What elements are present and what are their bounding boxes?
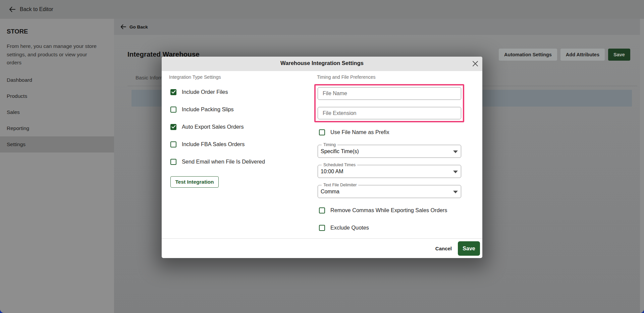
- arrow-left-icon: [9, 7, 15, 12]
- app-page: Back to Editor STORE From here, you can …: [0, 0, 644, 313]
- page-save-button[interactable]: Save: [608, 49, 630, 61]
- scrollbar-track[interactable]: [640, 19, 644, 313]
- checkbox-include-packing-slips[interactable]: Include Packing Slips: [170, 106, 234, 113]
- checkbox-label: Include FBA Sales Orders: [182, 141, 245, 147]
- checkbox-remove-commas[interactable]: Remove Commas While Exporting Sales Orde…: [319, 207, 447, 213]
- select-value: Specific Time(s): [321, 145, 359, 158]
- select-value: 10:00 AM: [321, 165, 343, 178]
- checkbox-use-file-name-as-prefix[interactable]: Use File Name as Prefix: [319, 129, 389, 135]
- page-actions: Automation Settings Add Attributes Save: [499, 49, 630, 61]
- sidebar-item-settings[interactable]: Settings: [0, 136, 114, 152]
- back-to-editor-label: Back to Editor: [20, 6, 53, 12]
- timing-file-preferences-label: Timing and File Preferences: [317, 74, 376, 80]
- timing-select[interactable]: Timing Specific Time(s): [318, 145, 461, 158]
- checkbox-auto-export-sales-orders[interactable]: Auto Export Sales Orders: [170, 124, 244, 130]
- checkbox-checked-icon: [170, 89, 176, 95]
- checkbox-include-order-files[interactable]: Include Order Files: [170, 89, 228, 95]
- back-to-editor-button[interactable]: Back to Editor: [9, 6, 53, 12]
- checkbox-label: Include Order Files: [182, 89, 228, 95]
- checkbox-include-fba-sales-orders[interactable]: Include FBA Sales Orders: [170, 141, 245, 147]
- checkbox-unchecked-icon: [319, 129, 325, 135]
- test-integration-button[interactable]: Test Integration: [170, 176, 219, 188]
- file-name-input[interactable]: [318, 87, 461, 100]
- sidebar: STORE From here, you can manage your sto…: [0, 19, 114, 313]
- checkbox-label: Auto Export Sales Orders: [182, 124, 244, 130]
- top-bar: Back to Editor: [0, 0, 644, 19]
- go-back-button[interactable]: Go Back: [120, 24, 148, 29]
- add-attributes-button[interactable]: Add Attributes: [560, 49, 605, 61]
- automation-settings-button[interactable]: Automation Settings: [499, 49, 557, 61]
- modal-title: Warehouse Integration Settings: [280, 60, 364, 66]
- modal-header: Warehouse Integration Settings: [162, 57, 482, 71]
- checkbox-unchecked-icon: [170, 141, 176, 147]
- checkbox-unchecked-icon: [319, 225, 325, 231]
- arrow-left-icon: [120, 24, 126, 29]
- scheduled-times-select[interactable]: Scheduled Times 10:00 AM: [318, 165, 461, 178]
- chevron-down-icon: [453, 191, 458, 193]
- sidebar-item-reporting[interactable]: Reporting: [0, 120, 114, 136]
- checkbox-label: Exclude Quotes: [330, 225, 369, 231]
- sidebar-item-products[interactable]: Products: [0, 88, 114, 104]
- checkbox-label: Use File Name as Prefix: [330, 129, 389, 135]
- warehouse-integration-settings-modal: Warehouse Integration Settings Integrati…: [162, 57, 482, 258]
- chevron-down-icon: [453, 171, 458, 173]
- sidebar-item-sales[interactable]: Sales: [0, 104, 114, 120]
- checkbox-exclude-quotes[interactable]: Exclude Quotes: [319, 225, 369, 231]
- close-icon[interactable]: [472, 60, 479, 67]
- modal-save-button[interactable]: Save: [458, 241, 480, 256]
- sidebar-description: From here, you can manage your store set…: [7, 42, 101, 67]
- checkbox-send-email-when-file-delivered[interactable]: Send Email when File Is Delivered: [170, 159, 265, 165]
- modal-footer: Cancel Save: [435, 241, 480, 256]
- file-extension-input[interactable]: [318, 107, 461, 119]
- sidebar-menu: Dashboard Products Sales Reporting Setti…: [0, 72, 114, 152]
- checkbox-label: Include Packing Slips: [182, 106, 234, 113]
- go-back-label: Go Back: [129, 24, 148, 29]
- checkbox-label: Remove Commas While Exporting Sales Orde…: [330, 207, 447, 213]
- select-value: Comma: [321, 185, 339, 198]
- checkbox-checked-icon: [170, 124, 176, 130]
- sidebar-item-dashboard[interactable]: Dashboard: [0, 72, 114, 88]
- go-back-bar: Go Back: [114, 19, 644, 35]
- footer-divider: [162, 238, 482, 239]
- sidebar-title: STORE: [7, 28, 28, 35]
- checkbox-unchecked-icon: [170, 159, 176, 165]
- text-file-delimiter-select[interactable]: Text File Delimiter Comma: [318, 185, 461, 198]
- chevron-down-icon: [453, 150, 458, 153]
- checkbox-label: Send Email when File Is Delivered: [182, 159, 265, 165]
- checkbox-unchecked-icon: [170, 107, 176, 113]
- checkbox-unchecked-icon: [319, 207, 325, 213]
- cancel-button[interactable]: Cancel: [435, 246, 452, 251]
- integration-type-settings-label: Integration Type Settings: [169, 74, 221, 80]
